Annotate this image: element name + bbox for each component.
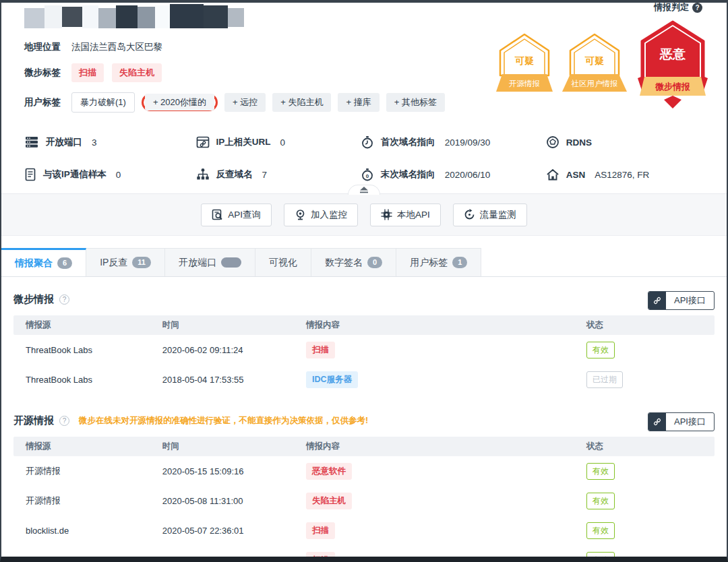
api-endpoint-button[interactable]: API接口: [648, 291, 715, 310]
intel-source: ThreatBook Labs: [13, 345, 150, 355]
table-row: danger.rulez.sk 2020-05-07 22:17:15 扫描 有…: [13, 545, 715, 562]
verdict-label: 情报判定 ?: [654, 1, 702, 13]
verdict-help-icon[interactable]: ?: [692, 3, 702, 13]
content-tag: IDC服务器: [306, 371, 358, 388]
status-badge: 已过期: [586, 371, 623, 388]
tab-intel-aggregation[interactable]: 情报聚合 6: [1, 248, 86, 276]
geo-value: 法国法兰西岛大区巴黎: [71, 41, 162, 53]
geo-label: 地理位置: [24, 41, 61, 53]
monitor-icon: [295, 209, 306, 220]
intel-source: ThreatBook Labs: [13, 375, 150, 385]
verdict-badges: 可疑 开源情报 可疑 社区用户情报 恶意 微步情报: [496, 20, 709, 111]
badge-threatbook: 恶意 微步情报: [636, 20, 709, 111]
verdict-text: 情报判定: [654, 1, 689, 13]
add-tag-other-button[interactable]: + 其他标签: [386, 93, 445, 112]
server-icon: [24, 135, 39, 149]
status-badge: 有效: [586, 552, 615, 562]
help-icon[interactable]: ?: [59, 416, 69, 426]
content-tag: 扫描: [306, 552, 335, 562]
threatbook-intel-header: 微步情报 ? API接口: [13, 293, 715, 306]
status-badge: 有效: [586, 522, 615, 539]
tab-badge: 6: [57, 257, 72, 269]
link-icon: [648, 292, 666, 309]
collapse-icon: [359, 187, 369, 193]
main-content: 微步情报 ? API接口 情报源 时间 情报内容 状态 ThreatBook L…: [1, 293, 727, 562]
user-tag-bruteforce[interactable]: 暴力破解(1): [71, 92, 135, 113]
add-tag-2020-button[interactable]: + 2020你懂的: [145, 94, 214, 111]
clock-icon: [361, 135, 374, 149]
stopwatch-icon: 0: [361, 168, 374, 181]
intel-source: 开源情报: [13, 465, 150, 477]
svg-text:社区用户情报: 社区用户情报: [572, 80, 618, 88]
add-monitor-button[interactable]: 加入监控: [284, 204, 358, 226]
intel-time: 2018-05-04 17:53:55: [150, 375, 294, 385]
add-tag-remote-button[interactable]: + 远控: [224, 93, 266, 112]
table-row: ThreatBook Labs 2018-05-04 17:53:55 IDC服…: [13, 365, 715, 394]
header: 情报判定 ? 可疑 开源情报 可疑 社区用户情报: [1, 3, 727, 194]
tag-compromised: 失陷主机: [112, 63, 162, 82]
stat-reverse-domains: 反查域名 7: [196, 168, 361, 181]
tag-scan: 扫描: [71, 63, 104, 82]
user-tags-label: 用户标签: [24, 96, 61, 108]
stat-last-seen: 0 末次域名指向 2020/06/10: [361, 168, 546, 181]
stat-first-seen: 首次域名指向 2019/09/30: [361, 135, 546, 149]
tab-badge: 11: [132, 257, 151, 268]
svg-text:可疑: 可疑: [514, 55, 534, 66]
tab-badge-redacted: [221, 257, 241, 268]
status-badge: 有效: [586, 493, 615, 509]
tab-badge: 1: [452, 257, 467, 268]
stats-grid: 开放端口 3 IP上相关URL 0: [24, 135, 710, 181]
tab-ip-reverse[interactable]: IP反查 11: [86, 248, 165, 276]
traffic-monitor-button[interactable]: 流量监测: [453, 204, 527, 226]
stat-asn: ASN AS12876, FR: [546, 168, 710, 181]
tab-badge: 0: [367, 257, 382, 268]
opensource-intel-header: 开源情报 ? 微步在线未对开源情报的准确性进行验证，不能直接作为决策依据，仅供参…: [13, 414, 715, 427]
tab-open-ports[interactable]: 开放端口: [165, 248, 255, 276]
home-icon: [546, 168, 559, 181]
content-tag: 失陷主机: [306, 493, 352, 509]
svg-text:0: 0: [366, 173, 369, 179]
intel-time: 2020-05-08 11:31:00: [150, 496, 294, 506]
rdns-icon: [546, 135, 559, 149]
highlight-annotation: + 2020你懂的: [142, 94, 218, 111]
section-title: 微步情报: [13, 293, 54, 306]
table-row: ThreatBook Labs 2020-06-02 09:11:24 扫描 有…: [13, 335, 715, 365]
badge-opensource: 可疑 开源情报: [496, 32, 553, 100]
page: 情报判定 ? 可疑 开源情报 可疑 社区用户情报: [0, 0, 728, 562]
api-endpoint-button[interactable]: API接口: [648, 412, 715, 431]
intel-time: 2020-05-15 15:09:16: [150, 466, 294, 476]
intel-time: 2020-05-07 22:36:01: [150, 526, 294, 536]
refresh-gauge-icon: [464, 209, 475, 220]
chip-icon: [381, 209, 392, 220]
help-icon[interactable]: ?: [59, 294, 69, 305]
api-query-icon: [212, 209, 223, 220]
tab-bar: 情报聚合 6 IP反查 11 开放端口 可视化 数字签名 0 用户标签 1: [1, 248, 727, 277]
url-icon: [196, 135, 210, 149]
stat-samples: 与该IP通信样本 0: [24, 168, 196, 181]
svg-text:开源情报: 开源情报: [509, 80, 540, 88]
tab-user-tags[interactable]: 用户标签 1: [396, 248, 481, 276]
tab-visualization[interactable]: 可视化: [255, 248, 311, 276]
content-tag: 恶意软件: [306, 463, 352, 480]
add-tag-compromised-button[interactable]: + 失陷主机: [272, 93, 331, 112]
intel-time: 2020-05-07 22:17:15: [150, 555, 294, 562]
svg-text:恶意: 恶意: [659, 47, 686, 61]
status-badge: 有效: [586, 342, 615, 358]
collapse-button[interactable]: [348, 185, 380, 195]
table-row: 开源情报 2020-05-15 15:09:16 恶意软件 有效: [13, 456, 715, 486]
api-query-button[interactable]: API查询: [201, 204, 272, 226]
status-badge: 有效: [586, 463, 615, 480]
tab-digital-signature[interactable]: 数字签名 0: [311, 248, 396, 276]
content-tag: 扫描: [306, 342, 335, 358]
content-tag: 扫描: [306, 522, 335, 539]
stat-open-ports: 开放端口 3: [24, 135, 196, 149]
link-icon: [648, 413, 666, 431]
stat-related-urls: IP上相关URL 0: [196, 135, 361, 149]
table-header: 情报源 时间 情报内容 状态: [13, 315, 715, 335]
svg-text:可疑: 可疑: [584, 55, 604, 66]
badge-community: 可疑 社区用户情报: [562, 32, 627, 100]
local-api-button[interactable]: 本地API: [370, 204, 441, 226]
add-tag-credstuffing-button[interactable]: + 撞库: [338, 93, 379, 112]
section-title: 开源情报: [13, 414, 54, 427]
tree-icon: [196, 168, 210, 181]
